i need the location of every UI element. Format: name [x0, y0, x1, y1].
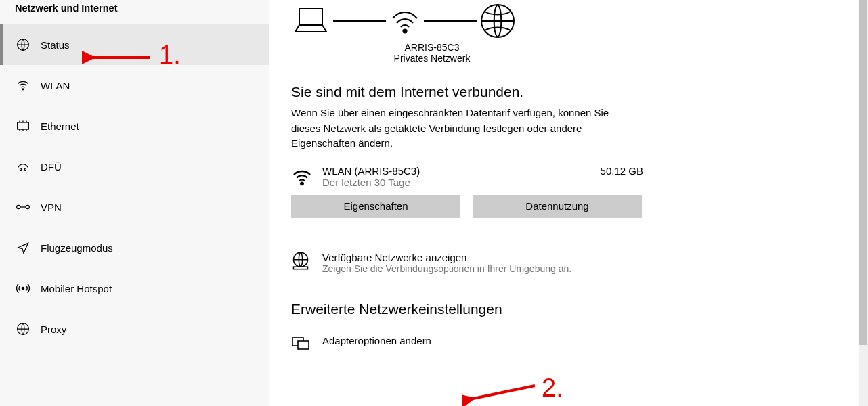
svg-rect-14	[294, 267, 308, 269]
wifi-icon	[291, 165, 322, 188]
sidebar-item-label: Ethernet	[41, 120, 79, 132]
data-usage-button[interactable]: Datennutzung	[473, 195, 642, 218]
sidebar-item-label: Status	[41, 39, 70, 51]
sidebar-item-label: Proxy	[41, 323, 66, 335]
svg-point-3	[20, 168, 22, 171]
available-networks-link[interactable]: Verfügbare Netzwerke anzeigen Zeigen Sie…	[291, 252, 848, 274]
svg-point-12	[301, 182, 303, 184]
svg-rect-2	[18, 122, 29, 129]
sidebar-item-vpn[interactable]: VPN	[0, 187, 269, 227]
properties-button[interactable]: Eigenschaften	[291, 195, 460, 218]
available-networks-title: Verfügbare Netzwerke anzeigen	[322, 252, 571, 263]
airplane-icon	[15, 240, 31, 256]
svg-point-6	[26, 205, 29, 208]
svg-point-5	[17, 205, 20, 208]
ethernet-icon	[15, 118, 31, 134]
sidebar-title: Netzwerk und Internet	[0, 0, 269, 24]
sidebar-item-proxy[interactable]: Proxy	[0, 309, 269, 349]
sidebar-item-airplane[interactable]: Flugzeugmodus	[0, 227, 269, 268]
vpn-icon	[15, 199, 31, 215]
svg-rect-16	[298, 341, 309, 349]
dialup-icon	[15, 158, 31, 175]
diagram-line	[424, 20, 477, 22]
network-caption: ARRIS-85C3 Privates Netzwerk	[364, 42, 500, 64]
available-networks-sub: Zeigen Sie die Verbindungsoptionen in Ih…	[322, 263, 571, 274]
proxy-icon	[15, 321, 31, 337]
adapter-options-title: Adapteroptionen ändern	[322, 335, 431, 346]
sidebar-item-label: DFÜ	[41, 161, 62, 173]
laptop-icon	[291, 5, 330, 37]
advanced-heading: Erweiterte Netzwerkeinstellungen	[291, 301, 848, 317]
scrollbar-track[interactable]	[859, 0, 868, 406]
globe-grid-icon	[291, 252, 322, 271]
svg-point-4	[24, 168, 26, 171]
connection-name: WLAN (ARRIS-85C3)	[322, 165, 576, 177]
sidebar-item-status[interactable]: Status	[0, 24, 269, 65]
hotspot-icon	[15, 280, 31, 296]
sidebar-item-ethernet[interactable]: Ethernet	[0, 106, 269, 146]
network-type: Privates Netzwerk	[364, 53, 500, 64]
diagram-line	[333, 20, 386, 22]
svg-point-1	[22, 89, 24, 90]
sidebar-item-label: Flugzeugmodus	[41, 242, 113, 254]
adapter-icon	[291, 335, 322, 351]
sidebar: Netzwerk und Internet Status WLAN Ethern…	[0, 0, 269, 406]
network-ssid: ARRIS-85C3	[405, 42, 460, 53]
sidebar-item-label: Mobiler Hotspot	[41, 283, 112, 294]
wifi-icon	[15, 77, 31, 93]
sidebar-item-label: WLAN	[41, 80, 70, 91]
connection-usage: 50.12 GB	[576, 165, 643, 177]
wifi-large-icon	[389, 5, 421, 37]
sidebar-item-label: VPN	[41, 202, 62, 213]
main-content: ARRIS-85C3 Privates Netzwerk Sie sind mi…	[269, 0, 868, 406]
svg-point-10	[404, 30, 407, 33]
sidebar-item-wlan[interactable]: WLAN	[0, 65, 269, 106]
connection-sub: Der letzten 30 Tage	[322, 177, 576, 188]
button-row: Eigenschaften Datennutzung	[291, 195, 848, 218]
network-diagram	[291, 3, 848, 39]
globe-large-icon	[479, 3, 516, 39]
svg-point-7	[22, 287, 24, 289]
sidebar-item-hotspot[interactable]: Mobiler Hotspot	[0, 268, 269, 309]
sidebar-item-dfu[interactable]: DFÜ	[0, 146, 269, 187]
globe-icon	[15, 37, 31, 53]
connection-row: WLAN (ARRIS-85C3) Der letzten 30 Tage 50…	[291, 165, 643, 188]
adapter-options-link[interactable]: Adapteroptionen ändern	[291, 335, 848, 351]
connected-heading: Sie sind mit dem Internet verbunden.	[291, 84, 848, 100]
scrollbar-thumb[interactable]	[859, 0, 867, 345]
svg-rect-9	[299, 9, 322, 25]
connected-desc: Wenn Sie über einen eingeschränkten Date…	[291, 106, 636, 152]
